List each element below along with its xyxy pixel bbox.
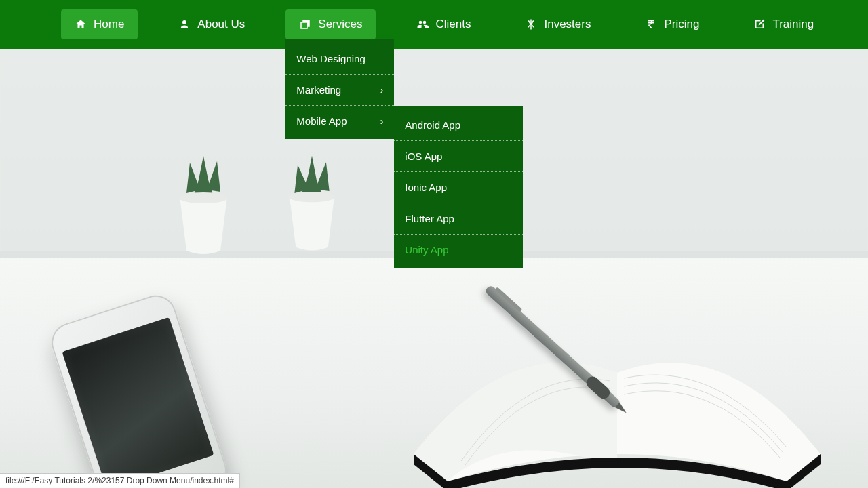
nav-pricing[interactable]: Pricing: [631, 9, 713, 39]
status-bar-url: file:///F:/Easy Tutorials 2/%23157 Drop …: [0, 473, 240, 488]
dd-ios[interactable]: iOS App: [394, 141, 523, 172]
nav-services[interactable]: Services Web Designing Marketing › Mobil…: [285, 9, 376, 39]
peace-icon: [525, 18, 537, 30]
dd-android[interactable]: Android App: [394, 110, 523, 141]
nav-about[interactable]: About Us: [165, 9, 258, 39]
user-icon: [178, 18, 191, 30]
nav-label: Pricing: [664, 18, 699, 31]
dd-label: Unity App: [405, 244, 448, 256]
dd-label: Marketing: [296, 84, 341, 96]
chevron-right-icon: ›: [380, 116, 384, 127]
edit-icon: [753, 18, 766, 30]
nav-label: Services: [318, 18, 362, 31]
dd-label: Flutter App: [405, 213, 454, 224]
dd-mobile-app[interactable]: Mobile App › Android App iOS App Ionic A…: [285, 106, 394, 139]
home-icon: [75, 18, 87, 30]
plant-1: [163, 149, 244, 264]
nav-clients[interactable]: Clients: [403, 9, 484, 39]
dd-label: Ionic App: [405, 182, 447, 193]
nav-training[interactable]: Training: [740, 9, 827, 39]
nav-label: Investers: [544, 18, 591, 31]
nav-label: Training: [772, 18, 814, 31]
users-icon: [416, 18, 429, 30]
plant-2: [273, 150, 351, 260]
nav-label: About Us: [197, 18, 245, 31]
main-navbar: Home About Us Services Web Designing Mar…: [0, 0, 868, 49]
nav-contact[interactable]: Contact: [854, 9, 868, 39]
dd-label: Android App: [405, 119, 460, 131]
nav-label: Clients: [435, 18, 471, 31]
dd-ionic[interactable]: Ionic App: [394, 172, 523, 203]
nav-investers[interactable]: Investers: [511, 9, 604, 39]
dd-label: Web Designing: [296, 53, 365, 64]
nav-label: Home: [94, 18, 124, 31]
services-dropdown: Web Designing Marketing › Mobile App › A…: [285, 39, 394, 139]
nav-home[interactable]: Home: [61, 9, 138, 39]
dd-marketing[interactable]: Marketing ›: [285, 75, 394, 106]
svg-point-1: [289, 192, 335, 202]
dd-unity[interactable]: Unity App: [394, 235, 523, 268]
svg-point-0: [179, 192, 228, 203]
clone-icon: [299, 18, 311, 30]
dd-label: Mobile App: [296, 115, 347, 127]
dd-label: iOS App: [405, 150, 442, 162]
dd-web-designing[interactable]: Web Designing: [285, 43, 394, 75]
rupee-icon: [645, 18, 657, 30]
mobile-app-submenu: Android App iOS App Ionic App Flutter Ap…: [394, 106, 523, 268]
chevron-right-icon: ›: [380, 85, 384, 96]
dd-flutter[interactable]: Flutter App: [394, 203, 523, 235]
